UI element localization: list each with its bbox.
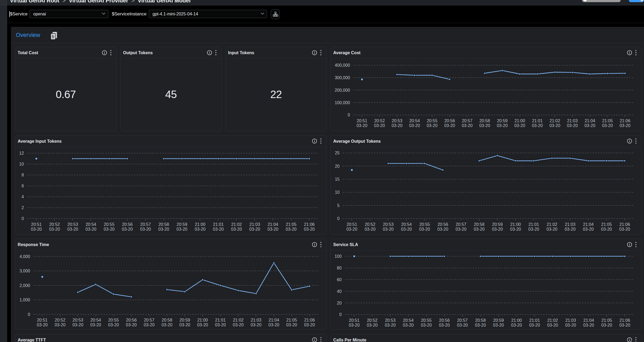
svg-text:21:06: 21:06 [619,222,630,227]
svg-text:03-20: 03-20 [383,227,394,231]
svg-text:03-20: 03-20 [567,123,578,128]
svg-text:5: 5 [337,203,340,208]
svg-text:21:06: 21:06 [620,119,630,123]
svg-text:03-20: 03-20 [493,323,504,327]
svg-text:20:55: 20:55 [108,318,119,322]
svg-text:03-20: 03-20 [462,123,473,128]
svg-text:21:06: 21:06 [304,318,315,322]
svg-text:20:57: 20:57 [456,222,466,227]
svg-text:03-20: 03-20 [601,323,612,327]
svg-text:03-20: 03-20 [602,123,613,128]
svg-text:03-20: 03-20 [304,227,315,231]
svg-text:20:54: 20:54 [90,318,101,322]
svg-text:1,000: 1,000 [19,298,30,302]
svg-text:03-20: 03-20 [403,323,414,327]
svg-text:8: 8 [22,173,24,177]
svg-text:03-20: 03-20 [444,123,455,128]
svg-text:03-20: 03-20 [511,323,522,327]
svg-text:03-20: 03-20 [90,323,101,327]
svg-text:20:51: 20:51 [349,318,359,323]
svg-text:20:56: 20:56 [126,318,137,322]
svg-text:03-20: 03-20 [268,227,278,231]
svg-text:03-20: 03-20 [583,323,594,327]
svg-text:03-20: 03-20 [126,323,137,327]
svg-text:03-20: 03-20 [409,123,420,128]
svg-text:03-20: 03-20 [546,227,557,231]
svg-text:03-20: 03-20 [304,323,315,327]
svg-text:21:02: 21:02 [546,222,557,227]
svg-text:10: 10 [335,190,340,195]
svg-text:20:58: 20:58 [162,318,172,322]
svg-text:20:57: 20:57 [457,318,468,323]
svg-text:0: 0 [337,216,340,221]
svg-text:20:52: 20:52 [367,318,378,323]
svg-text:4: 4 [22,195,24,199]
svg-text:20:55: 20:55 [427,119,437,123]
svg-text:03-20: 03-20 [144,323,155,327]
svg-text:10: 10 [19,162,24,166]
svg-text:21:03: 21:03 [251,318,261,322]
svg-text:03-20: 03-20 [427,123,438,128]
svg-text:0: 0 [28,312,30,317]
svg-text:20:54: 20:54 [409,119,420,123]
svg-text:03-20: 03-20 [158,227,169,231]
svg-text:20:53: 20:53 [67,222,78,227]
svg-text:20:51: 20:51 [346,222,357,227]
svg-text:03-20: 03-20 [421,323,432,327]
svg-text:03-20: 03-20 [479,123,490,128]
svg-text:0: 0 [339,312,342,317]
svg-text:03-20: 03-20 [456,227,467,231]
svg-text:40: 40 [337,289,342,294]
svg-text:0: 0 [22,216,24,221]
svg-text:21:02: 21:02 [549,119,560,123]
svg-text:03-20: 03-20 [231,227,242,231]
svg-text:03-20: 03-20 [601,227,612,231]
svg-text:20:59: 20:59 [492,222,503,227]
svg-text:2,000: 2,000 [19,283,30,288]
svg-text:03-20: 03-20 [457,323,468,327]
svg-text:20:53: 20:53 [385,318,396,323]
svg-text:03-20: 03-20 [49,227,60,231]
svg-text:03-20: 03-20 [176,227,187,231]
svg-text:03-20: 03-20 [215,323,226,327]
svg-text:21:01: 21:01 [213,222,224,227]
svg-text:03-20: 03-20 [385,323,396,327]
svg-text:03-20: 03-20 [419,227,430,231]
svg-text:03-20: 03-20 [55,323,66,327]
svg-text:03-20: 03-20 [401,227,412,231]
svg-text:03-20: 03-20 [492,227,503,231]
svg-text:03-20: 03-20 [31,227,42,231]
svg-text:03-20: 03-20 [392,123,402,128]
svg-text:21:04: 21:04 [584,119,595,123]
svg-text:20:52: 20:52 [55,318,65,322]
svg-text:03-20: 03-20 [162,323,172,327]
svg-text:03-20: 03-20 [565,227,575,231]
svg-text:15: 15 [335,177,340,181]
svg-text:21:03: 21:03 [565,318,576,323]
svg-text:03-20: 03-20 [583,227,594,231]
svg-text:25: 25 [335,151,340,155]
svg-text:20:58: 20:58 [158,222,169,227]
svg-text:03-20: 03-20 [584,123,595,128]
svg-text:20:55: 20:55 [421,318,432,323]
svg-text:20:58: 20:58 [479,119,490,123]
svg-text:03-20: 03-20 [195,227,206,231]
svg-text:21:03: 21:03 [567,119,578,123]
svg-text:21:02: 21:02 [547,318,558,323]
svg-text:21:00: 21:00 [195,222,205,227]
svg-text:20: 20 [337,301,342,305]
svg-text:21:05: 21:05 [286,222,296,227]
svg-text:03-20: 03-20 [122,227,133,231]
svg-text:3,000: 3,000 [19,269,30,273]
svg-text:20:56: 20:56 [438,222,448,227]
svg-text:20:57: 20:57 [462,119,472,123]
svg-text:20:54: 20:54 [403,318,414,323]
svg-text:03-20: 03-20 [104,227,115,231]
svg-text:03-20: 03-20 [197,323,208,327]
svg-text:4,000: 4,000 [19,254,30,259]
svg-text:21:05: 21:05 [601,318,612,323]
svg-text:20:59: 20:59 [179,318,190,322]
svg-text:20: 20 [335,164,340,168]
svg-text:21:05: 21:05 [286,318,297,322]
svg-text:400,000: 400,000 [335,63,350,67]
